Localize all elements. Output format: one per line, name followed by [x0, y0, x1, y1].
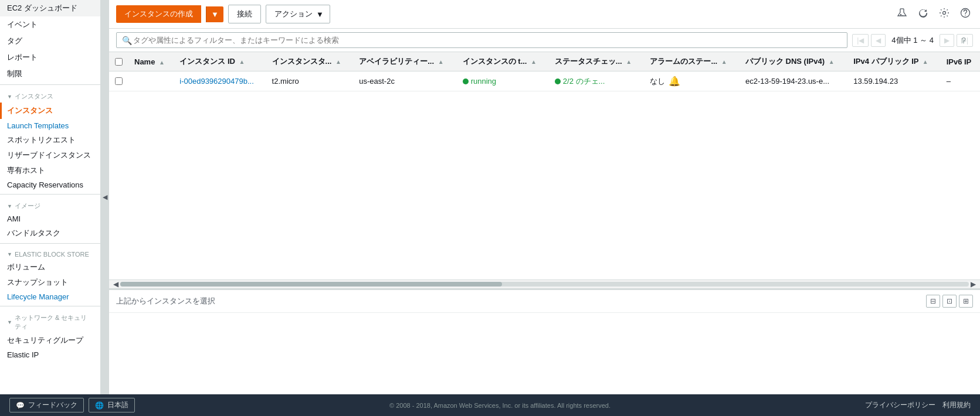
sidebar-item-spot-requests[interactable]: スポットリクエスト [0, 132, 100, 148]
search-help-icon[interactable]: ? [961, 36, 966, 45]
col-header-state[interactable]: インスタンスの t... ▲ [457, 52, 549, 71]
triangle-icon-images: ▼ [7, 203, 12, 209]
col-header-ipv6[interactable]: IPv6 IP [941, 52, 980, 71]
table-row[interactable]: i-00ed9396290479b... t2.micro us-east-2c… [109, 71, 980, 91]
status-running-dot [463, 79, 469, 84]
create-instance-button[interactable]: インスタンスの作成 [116, 5, 201, 23]
pagination-next-btn[interactable]: ▶ [940, 34, 954, 47]
sidebar-section-images[interactable]: ▼ イメージ [0, 197, 100, 212]
row-checkbox[interactable] [115, 77, 123, 85]
sidebar-item-reports[interactable]: レポート [0, 49, 100, 66]
scroll-left-btn[interactable]: ◀ [111, 280, 120, 288]
help-icon-btn[interactable] [958, 6, 973, 22]
sort-icon-state: ▲ [531, 59, 537, 65]
pagination-text: 4個中 1 ～ 4 [888, 35, 937, 46]
sort-icon-az: ▲ [438, 59, 444, 65]
sidebar-item-volumes[interactable]: ボリューム [0, 260, 100, 275]
row-checkbox-cell[interactable] [109, 71, 128, 91]
col-header-instance-type[interactable]: インスタンスタ... ▲ [266, 52, 354, 71]
sidebar-item-snapshots[interactable]: スナップショット [0, 275, 100, 290]
col-header-ipv4[interactable]: IPv4 パブリック IP ▲ [847, 52, 940, 71]
row-az: us-east-2c [353, 71, 457, 91]
sidebar-item-instances[interactable]: インスタンス [0, 103, 100, 119]
sidebar-item-elastic-ip[interactable]: Elastic IP [0, 348, 100, 362]
col-header-alarm[interactable]: アラームのステー... ▲ [644, 52, 740, 71]
row-type: t2.micro [266, 71, 354, 91]
sidebar-section-instances[interactable]: ▼ インスタンス [0, 87, 100, 103]
sort-icon-alarm: ▲ [721, 59, 727, 65]
sidebar-item-ami[interactable]: AMI [0, 212, 100, 226]
pagination-first-btn[interactable]: |◀ [852, 34, 869, 47]
svg-point-4 [965, 15, 965, 15]
sidebar-item-capacity-reservations[interactable]: Capacity Reservations [0, 178, 100, 192]
sidebar: EC2 ダッシュボード イベント タグ レポート 制限 ▼ インスタンス インス… [0, 0, 101, 394]
sort-icon-id: ▲ [239, 59, 245, 65]
sidebar-item-tags[interactable]: タグ [0, 33, 100, 49]
create-instance-dropdown-btn[interactable]: ▼ [206, 6, 223, 22]
row-ipv4: 13.59.194.23 [847, 71, 940, 91]
svg-point-0 [900, 14, 901, 15]
table-header-checkbox[interactable] [109, 52, 128, 71]
col-header-instance-id[interactable]: インスタンス ID ▲ [174, 52, 266, 71]
content-area: インスタンスの作成 ▼ 接続 アクション ▼ [109, 0, 980, 394]
view-grid-btn[interactable]: ⊡ [942, 295, 957, 308]
sidebar-item-dashboard[interactable]: EC2 ダッシュボード [0, 0, 100, 16]
col-header-status-check[interactable]: ステータスチェッ... ▲ [549, 52, 645, 71]
row-instance-id: i-00ed9396290479b... [174, 71, 266, 91]
horizontal-scrollbar[interactable]: ◀ ▶ [109, 279, 980, 289]
sidebar-item-security-groups[interactable]: セキュリティグループ [0, 333, 100, 348]
sidebar-item-limits[interactable]: 制限 [0, 66, 100, 82]
sidebar-section-ebs[interactable]: ▼ ELASTIC BLOCK STORE [0, 246, 100, 260]
connect-button[interactable]: 接続 [228, 5, 261, 23]
instances-table: Name ▲ インスタンス ID ▲ インスタンスタ... ▲ [109, 52, 980, 91]
sort-icon-type: ▲ [335, 59, 341, 65]
sort-icon-dns: ▲ [829, 59, 835, 65]
actions-button[interactable]: アクション ▼ [266, 5, 330, 23]
sidebar-item-events[interactable]: イベント [0, 16, 100, 33]
sidebar-section-network[interactable]: ▼ ネットワーク & セキュリティ [0, 309, 100, 333]
language-button[interactable]: 🌐 日本語 [89, 398, 135, 412]
toolbar: インスタンスの作成 ▼ 接続 アクション ▼ [109, 0, 980, 29]
footer-copyright: © 2008 - 2018, Amazon Web Services, Inc.… [142, 402, 858, 409]
view-full-btn[interactable]: ⊞ [959, 295, 973, 308]
scroll-thumb [120, 282, 502, 287]
scroll-right-btn[interactable]: ▶ [969, 280, 978, 288]
row-alarm: なし 🔔 [644, 71, 740, 91]
footer-right: プライバシーポリシー 利用規約 [865, 400, 971, 410]
feedback-button[interactable]: 💬 フィードバック [9, 398, 84, 412]
select-all-checkbox[interactable] [115, 58, 123, 66]
sidebar-collapse-btn[interactable]: ◀ [101, 0, 109, 394]
scroll-track [120, 282, 969, 287]
sidebar-item-reserved-instances[interactable]: リザーブドインスタンス [0, 148, 100, 163]
sidebar-item-lifecycle-manager[interactable]: Lifecycle Manager [0, 290, 100, 304]
sidebar-item-launch-templates[interactable]: Launch Templates [0, 119, 100, 132]
row-status-check: 2/2 のチェ... [549, 71, 645, 91]
sidebar-item-dedicated-hosts[interactable]: 専有ホスト [0, 163, 100, 178]
footer-left: 💬 フィードバック 🌐 日本語 [9, 398, 135, 412]
refresh-icon-btn[interactable] [915, 6, 931, 22]
bottom-panel: 上記からインスタンスを選択 ⊟ ⊡ ⊞ [109, 289, 980, 394]
search-input[interactable] [116, 32, 847, 48]
footer: 💬 フィードバック 🌐 日本語 © 2008 - 2018, Amazon We… [0, 394, 980, 416]
terms-link[interactable]: 利用規約 [942, 400, 971, 410]
col-header-name[interactable]: Name ▲ [128, 52, 174, 71]
triangle-icon-ebs: ▼ [7, 251, 12, 257]
pagination: |◀ ◀ 4個中 1 ～ 4 ▶ ▶| [852, 34, 973, 47]
sidebar-item-bundle-tasks[interactable]: バンドルタスク [0, 226, 100, 241]
sort-icon-ipv4: ▲ [923, 59, 928, 65]
instance-id-link[interactable]: i-00ed9396290479b... [179, 77, 254, 86]
alarm-bell-icon: 🔔 [669, 76, 680, 87]
instances-table-container: Name ▲ インスタンス ID ▲ インスタンスタ... ▲ [109, 52, 980, 279]
feedback-icon: 💬 [16, 401, 25, 410]
pagination-prev-btn[interactable]: ◀ [871, 34, 886, 47]
col-header-dns[interactable]: パブリック DNS (IPv4) ▲ [740, 52, 847, 71]
view-split-btn[interactable]: ⊟ [926, 295, 940, 308]
search-icon: 🔍 [122, 36, 132, 45]
col-header-az[interactable]: アベイラビリティー... ▲ [353, 52, 457, 71]
row-dns: ec2-13-59-194-23.us-e... [740, 71, 847, 91]
privacy-policy-link[interactable]: プライバシーポリシー [865, 400, 935, 410]
search-bar: 🔍 ? |◀ ◀ 4個中 1 ～ 4 ▶ ▶| [109, 29, 980, 52]
flask-icon-btn[interactable] [894, 6, 910, 22]
settings-icon-btn[interactable] [937, 6, 952, 22]
actions-dropdown-icon: ▼ [316, 10, 324, 19]
